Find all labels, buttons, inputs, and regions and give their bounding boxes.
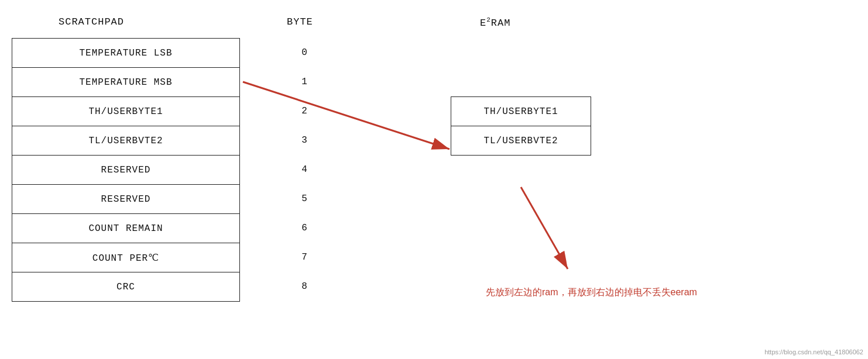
- e2ram-sup: 2: [486, 16, 491, 23]
- table-row: TEMPERATURE LSB: [12, 39, 240, 68]
- header-scratchpad: SCRATCHPAD: [59, 16, 124, 27]
- byte-cell: 6: [293, 213, 316, 243]
- table-row: TH/USERBYTE1: [12, 97, 240, 126]
- scratchpad-cell: TL/USERBVTE2: [12, 126, 240, 156]
- byte-cell: 4: [293, 155, 316, 184]
- header-e2ram: E2RAM: [480, 16, 510, 29]
- table-row: TH/USERBYTE1: [451, 97, 591, 126]
- byte-numbers-column: 012345678: [293, 38, 316, 301]
- table-row: RESERVED: [12, 156, 240, 185]
- table-row: CRC: [12, 272, 240, 302]
- e2ram-table: TH/USERBYTE1TL/USERBVTE2: [451, 96, 591, 156]
- scratchpad-table: TEMPERATURE LSBTEMPERATURE MSBTH/USERBYT…: [12, 38, 240, 302]
- e2ram-cell: TH/USERBYTE1: [451, 97, 591, 126]
- header-byte: BYTE: [287, 16, 313, 27]
- scratchpad-cell: RESERVED: [12, 185, 240, 214]
- table-row: COUNT REMAIN: [12, 214, 240, 243]
- byte-cell: 8: [293, 272, 316, 301]
- table-row: TL/USERBVTE2: [12, 126, 240, 156]
- table-row: TL/USERBVTE2: [451, 126, 591, 156]
- scratchpad-cell: RESERVED: [12, 156, 240, 185]
- scratchpad-cell: TEMPERATURE LSB: [12, 39, 240, 68]
- byte-cell: 2: [293, 96, 316, 126]
- byte-cell: 3: [293, 126, 316, 155]
- watermark: https://blog.csdn.net/qq_41806062: [764, 348, 863, 355]
- byte-cell: 0: [293, 38, 316, 67]
- e2ram-cell: TL/USERBVTE2: [451, 126, 591, 156]
- scratchpad-cell: TEMPERATURE MSB: [12, 68, 240, 97]
- scratchpad-cell: TH/USERBYTE1: [12, 97, 240, 126]
- annotation-text: 先放到左边的ram，再放到右边的掉电不丢失eeram: [486, 286, 697, 299]
- arrow-2: [521, 187, 568, 269]
- byte-cell: 1: [293, 67, 316, 96]
- page-container: SCRATCHPAD BYTE E2RAM TEMPERATURE LSBTEM…: [0, 0, 868, 359]
- scratchpad-cell: COUNT PER℃: [12, 243, 240, 272]
- e2ram-prefix: E: [480, 18, 486, 29]
- scratchpad-cell: CRC: [12, 272, 240, 302]
- byte-cell: 7: [293, 243, 316, 272]
- byte-cell: 5: [293, 184, 316, 213]
- scratchpad-cell: COUNT REMAIN: [12, 214, 240, 243]
- e2ram-suffix: RAM: [491, 18, 511, 29]
- table-row: TEMPERATURE MSB: [12, 68, 240, 97]
- table-row: COUNT PER℃: [12, 243, 240, 272]
- arrow-1: [243, 82, 450, 149]
- table-row: RESERVED: [12, 185, 240, 214]
